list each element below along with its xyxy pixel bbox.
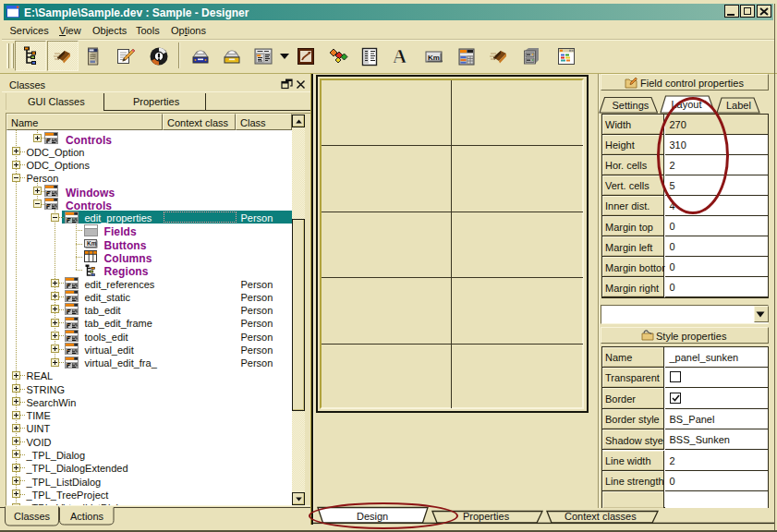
svg-text:Classes: Classes	[14, 511, 51, 522]
svg-text:Properties: Properties	[463, 511, 510, 522]
svg-text:Label: Label	[726, 100, 751, 111]
svg-text:Km: Km	[428, 54, 440, 62]
svg-text:Settings: Settings	[613, 100, 650, 111]
svg-text:Context classes: Context classes	[565, 511, 637, 522]
svg-text:Km: Km	[87, 240, 97, 247]
svg-text:Actions: Actions	[70, 511, 104, 522]
svg-text:A: A	[393, 45, 407, 67]
